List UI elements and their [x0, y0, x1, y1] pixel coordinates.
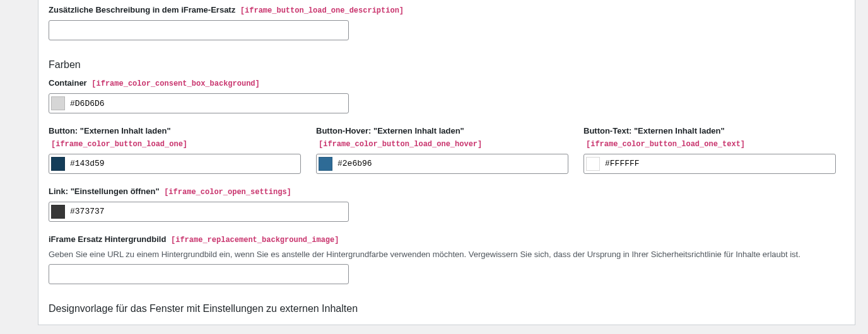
section-colors: Farben Container [iframe_color_consent_b…	[38, 52, 855, 296]
key-iframe-description: [iframe_button_load_one_description]	[240, 6, 404, 15]
field-button-hover-color: Button-Hover: "Externen Inhalt laden" [i…	[316, 125, 568, 174]
input-iframe-description[interactable]	[49, 20, 349, 40]
swatch-button-hover[interactable]	[319, 157, 332, 171]
input-bg-image[interactable]	[49, 264, 349, 284]
label-iframe-description: Zusätzliche Beschreibung in dem iFrame-E…	[49, 5, 235, 14]
field-label-row: Link: "Einstellungen öffnen" [iframe_col…	[49, 185, 845, 198]
input-button-color[interactable]	[70, 159, 295, 168]
input-button-text-color[interactable]	[605, 159, 830, 168]
field-label-row: Zusätzliche Beschreibung in dem iFrame-E…	[49, 4, 845, 16]
color-wrap-link	[49, 202, 349, 222]
label-button-hover-color: Button-Hover: "Externen Inhalt laden"	[316, 126, 464, 135]
label-bg-image: iFrame Ersatz Hintergrundbild	[49, 234, 166, 244]
color-wrap-button	[49, 154, 301, 174]
swatch-button[interactable]	[51, 157, 65, 171]
swatch-link[interactable]	[51, 205, 65, 219]
color-wrap-container	[49, 93, 349, 113]
key-button-text-color: [iframe_color_button_load_one_text]	[586, 140, 745, 149]
label-button-color: Button: "Externen Inhalt laden"	[49, 126, 171, 135]
color-wrap-button-text	[584, 154, 836, 174]
field-label-row: Button: "Externen Inhalt laden" [iframe_…	[49, 125, 301, 150]
field-link-color: Link: "Einstellungen öffnen" [iframe_col…	[49, 185, 845, 222]
section-design-template-title: Designvorlage für das Fenster mit Einste…	[49, 303, 845, 314]
section-iframe-description: Zusätzliche Beschreibung in dem iFrame-E…	[38, 0, 855, 52]
key-button-hover-color: [iframe_color_button_load_one_hover]	[319, 140, 482, 149]
field-bg-image: iFrame Ersatz Hintergrundbild [iframe_re…	[49, 233, 845, 284]
help-bg-image: Geben Sie eine URL zu einem Hintergrundb…	[49, 250, 845, 259]
field-iframe-description: Zusätzliche Beschreibung in dem iFrame-E…	[49, 0, 845, 40]
input-container-color[interactable]	[70, 99, 343, 108]
key-container-color: [iframe_color_consent_box_background]	[91, 79, 259, 88]
row-button-colors: Button: "Externen Inhalt laden" [iframe_…	[49, 125, 845, 174]
input-link-color[interactable]	[70, 207, 343, 216]
swatch-button-text[interactable]	[586, 157, 600, 171]
label-link-color: Link: "Einstellungen öffnen"	[49, 187, 160, 196]
field-label-row: Container [iframe_color_consent_box_back…	[49, 77, 845, 89]
field-button-color: Button: "Externen Inhalt laden" [iframe_…	[49, 125, 301, 174]
field-button-text-color: Button-Text: "Externen Inhalt laden" [if…	[584, 125, 836, 174]
field-label-row: Button-Text: "Externen Inhalt laden" [if…	[584, 125, 836, 150]
field-label-row: Button-Hover: "Externen Inhalt laden" [i…	[316, 125, 568, 150]
key-bg-image: [iframe_replacement_background_image]	[171, 236, 339, 245]
color-wrap-button-hover	[316, 154, 568, 174]
key-button-color: [iframe_color_button_load_one]	[51, 140, 187, 149]
swatch-container[interactable]	[51, 96, 65, 110]
label-button-text-color: Button-Text: "Externen Inhalt laden"	[584, 126, 725, 135]
field-label-row: iFrame Ersatz Hintergrundbild [iframe_re…	[49, 233, 845, 246]
label-container-color: Container	[49, 78, 87, 88]
key-link-color: [iframe_color_open_settings]	[164, 188, 291, 197]
input-button-hover-color[interactable]	[337, 159, 563, 168]
section-colors-title: Farben	[49, 59, 845, 71]
section-design-template: Designvorlage für das Fenster mit Einste…	[38, 296, 855, 325]
field-container-color: Container [iframe_color_consent_box_back…	[49, 77, 845, 113]
